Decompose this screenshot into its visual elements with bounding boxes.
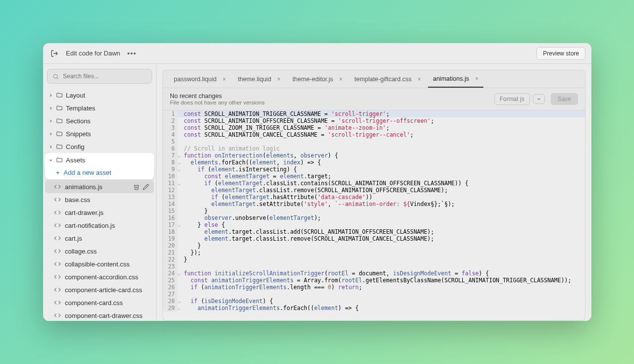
code-line[interactable]: 19 element.target.classList.remove(SCROL…: [163, 235, 585, 242]
chevron-right-icon: [48, 119, 53, 123]
folder-label: Templates: [66, 104, 95, 112]
code-line[interactable]: 3const SCROLL_ZOOM_IN_TRIGGER_CLASSNAME …: [163, 124, 585, 131]
code-line[interactable]: 18 element.target.classList.add(SCROLL_A…: [163, 228, 585, 235]
folder-label: Assets: [66, 156, 85, 164]
fold-marker: [178, 117, 182, 124]
file-name: component-accordion.css: [65, 273, 138, 281]
file-item[interactable]: cart-drawer.js: [43, 206, 156, 219]
code-line[interactable]: 25 const animationTriggerElements = Arra…: [163, 277, 585, 284]
code-line[interactable]: 14 elementTarget.setAttribute('style', `…: [163, 201, 585, 208]
code-line[interactable]: 4const SCROLL_ANIMATION_CANCEL_CLASSNAME…: [163, 131, 585, 138]
code-line[interactable]: 24⌄function initializeScrollAnimationTri…: [163, 270, 585, 277]
code-line[interactable]: 6// Scroll in animation logic: [163, 145, 585, 152]
folder-templates[interactable]: Templates: [43, 102, 156, 114]
tab-theme-liquid[interactable]: theme.liquid×: [233, 70, 285, 88]
code-line[interactable]: 1const SCROLL_ANIMATION_TRIGGER_CLASSNAM…: [163, 110, 585, 117]
line-number: 3: [163, 124, 178, 131]
code-line[interactable]: 17⌄ } else {: [163, 221, 585, 228]
file-item[interactable]: collage.css: [43, 245, 156, 258]
tab-animations-js[interactable]: animations.js×: [428, 70, 483, 88]
folder-icon: [56, 92, 63, 99]
file-item[interactable]: component-article-card.css: [43, 283, 156, 296]
format-button[interactable]: Format js: [494, 93, 530, 105]
code-line[interactable]: 15 }: [163, 208, 585, 214]
tab-theme-editor-js[interactable]: theme-editor.js×: [288, 70, 348, 88]
folder-assets[interactable]: Assets: [45, 153, 154, 167]
code-line[interactable]: 12 elementTarget.classList.remove(SCROLL…: [163, 187, 585, 194]
folder-sections[interactable]: Sections: [43, 114, 156, 127]
edit-icon[interactable]: [143, 184, 149, 190]
plus-icon: +: [56, 169, 60, 176]
line-number: 27: [163, 291, 178, 298]
code-line[interactable]: 29⌄ animationTriggerElements.forEach((el…: [163, 305, 585, 312]
code-text: const SCROLL_ZOOM_IN_TRIGGER_CLASSNAME =…: [182, 124, 389, 131]
folder-layout[interactable]: Layout: [43, 89, 156, 102]
code-line[interactable]: 9⌄ if (element.isIntersecting) {: [163, 166, 585, 173]
fold-marker: [178, 194, 182, 201]
code-line[interactable]: 13 if (elementTarget.hasAttribute('data-…: [163, 194, 585, 201]
search-input[interactable]: [63, 73, 147, 80]
fold-marker: [178, 173, 182, 180]
tab-template-giftcard-css[interactable]: template-giftcard.css×: [350, 70, 426, 88]
code-line[interactable]: 8⌄ elements.forEach((element, index) => …: [163, 159, 585, 166]
fold-marker: [178, 256, 182, 263]
status-bar: No recent changes File does not have any…: [162, 88, 585, 110]
file-item[interactable]: component-accordion.css: [43, 270, 156, 283]
code-line[interactable]: 16 observer.unobserve(elementTarget);: [163, 214, 585, 221]
tab-password-liquid[interactable]: password.liquid×: [169, 70, 231, 88]
preview-store-button[interactable]: Preview store: [536, 47, 585, 60]
more-menu-button[interactable]: •••: [127, 49, 137, 57]
code-line[interactable]: 7⌄function onIntersection(elements, obse…: [163, 152, 585, 159]
code-line[interactable]: 26 if (animationTriggerElements.length =…: [163, 284, 585, 291]
code-file-icon: [54, 299, 61, 306]
file-item[interactable]: base.css: [43, 193, 156, 206]
code-line[interactable]: 2const SCROLL_ANIMATION_OFFSCREEN_CLASSN…: [163, 117, 585, 124]
code-editor[interactable]: 1const SCROLL_ANIMATION_TRIGGER_CLASSNAM…: [162, 110, 585, 321]
code-line[interactable]: 28⌄ if (isDesignModeEvent) {: [163, 298, 585, 305]
file-name: collage.css: [65, 248, 97, 255]
code-file-icon: [54, 312, 61, 319]
file-name: component-card.css: [65, 299, 123, 307]
line-number: 11: [163, 180, 178, 187]
fold-marker: [178, 145, 182, 152]
fold-marker: ⌄: [178, 166, 182, 173]
folder-config[interactable]: Config: [43, 140, 156, 153]
fold-marker: [178, 201, 182, 208]
code-line[interactable]: 20 }: [163, 242, 585, 249]
file-item[interactable]: collapsible-content.css: [43, 258, 156, 270]
code-line[interactable]: 5: [163, 138, 585, 145]
close-icon[interactable]: ×: [475, 75, 478, 82]
fold-marker: [178, 214, 182, 221]
code-line[interactable]: 27: [163, 291, 585, 298]
file-item[interactable]: cart.js: [43, 232, 156, 245]
code-text: const elementTarget = element.target;: [182, 173, 331, 180]
code-line[interactable]: 21 });: [163, 249, 585, 256]
close-icon[interactable]: ×: [339, 76, 343, 83]
fold-marker: ⌄: [178, 298, 182, 305]
line-number: 29: [163, 305, 178, 312]
close-icon[interactable]: ×: [418, 76, 421, 83]
code-line[interactable]: 23: [163, 263, 585, 270]
close-icon[interactable]: ×: [222, 76, 226, 83]
file-item[interactable]: component-cart-drawer.css: [43, 309, 156, 321]
exit-button[interactable]: [49, 48, 60, 59]
close-icon[interactable]: ×: [277, 76, 281, 83]
add-asset-button[interactable]: +Add a new asset: [45, 167, 154, 179]
fold-marker: [178, 208, 182, 214]
code-line[interactable]: 10 const elementTarget = element.target;: [163, 173, 585, 180]
save-button[interactable]: Save: [551, 93, 578, 105]
code-file-icon: [54, 235, 61, 242]
tab-bar: password.liquid×theme.liquid×theme-edito…: [162, 70, 585, 88]
code-line[interactable]: 22}: [163, 256, 585, 263]
folder-snippets[interactable]: Snippets: [43, 127, 156, 140]
file-item[interactable]: component-card.css: [43, 296, 156, 309]
delete-icon[interactable]: [133, 184, 140, 190]
line-number: 22: [163, 256, 178, 263]
search-input-wrapper[interactable]: [47, 69, 152, 84]
search-icon: [53, 73, 59, 80]
file-item[interactable]: cart-notification.js: [43, 219, 156, 232]
file-item[interactable]: animations.js: [45, 180, 154, 193]
format-dropdown[interactable]: [533, 94, 545, 104]
fold-marker: [178, 277, 182, 284]
code-line[interactable]: 11⌄ if (elementTarget.classList.contains…: [163, 180, 585, 187]
